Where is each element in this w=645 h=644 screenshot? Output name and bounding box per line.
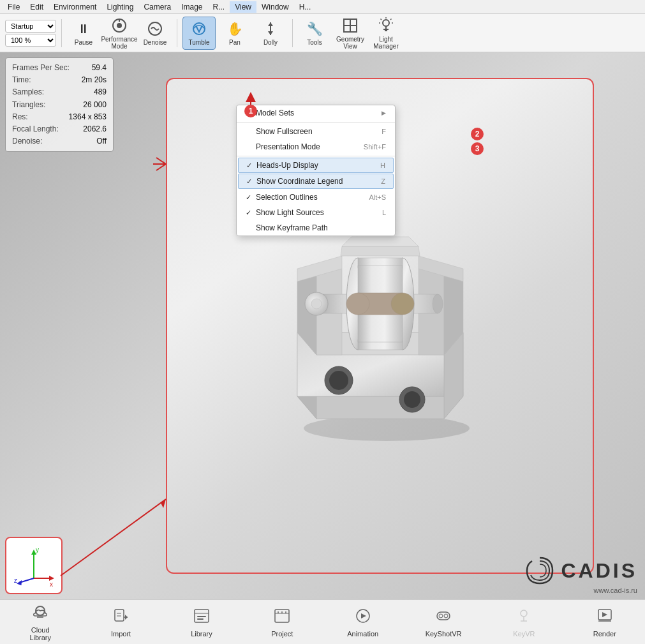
dolly-button[interactable]: Dolly <box>254 17 287 50</box>
keyshot-vr-label: KeyShotVR <box>426 630 462 638</box>
keyvr-label: KeyVR <box>513 630 535 638</box>
time-value: 2m 20s <box>82 74 107 86</box>
menu-item-selection-outlines[interactable]: ✓ Selection Outlines Alt+S <box>237 190 395 205</box>
menu-environment[interactable]: Environment <box>48 1 101 13</box>
performance-mode-button[interactable]: PerformanceMode <box>103 17 136 50</box>
svg-point-47 <box>391 293 414 315</box>
svg-point-87 <box>439 614 443 618</box>
svg-rect-70 <box>115 610 124 621</box>
svg-point-88 <box>444 614 448 618</box>
svg-rect-78 <box>197 618 204 620</box>
selection-outlines-shortcut: Alt+S <box>369 193 386 201</box>
svg-point-89 <box>521 610 527 617</box>
svg-marker-72 <box>125 615 128 620</box>
tools-button[interactable]: 🔧 Tools <box>298 17 331 50</box>
cadis-logo-text: CADIS <box>561 559 637 583</box>
denoise-icon <box>146 20 164 38</box>
menu-item-show-fullscreen[interactable]: Show Fullscreen F <box>237 124 395 139</box>
toolbar-divider-2 <box>177 19 177 47</box>
show-coordinate-legend-label: Show Coordinate Legend <box>256 177 371 186</box>
menu-item-show-coordinate-legend[interactable]: ✓ Show Coordinate Legend Z <box>238 174 394 189</box>
geometry-view-button[interactable]: GeometryView <box>334 17 367 50</box>
menu-window[interactable]: Window <box>256 1 294 13</box>
svg-line-65 <box>61 499 166 576</box>
keyvr-button[interactable]: KeyVR <box>498 604 549 640</box>
light-manager-icon <box>377 17 395 34</box>
show-fullscreen-shortcut: F <box>382 128 386 135</box>
menubar: File Edit Environment Lighting Camera Im… <box>0 0 645 14</box>
pan-button[interactable]: ✋ Pan <box>218 17 251 50</box>
svg-marker-22 <box>297 396 463 419</box>
svg-rect-10 <box>344 26 350 32</box>
import-button[interactable]: Import <box>96 604 147 640</box>
stats-panel: Frames Per Sec: 59.4 Time: 2m 20s Sample… <box>5 57 114 152</box>
denoise-stat-value: Off <box>96 135 107 147</box>
pause-button[interactable]: ⏸ Pause <box>67 17 100 50</box>
pan-label: Pan <box>229 39 241 46</box>
denoise-button[interactable]: Denoise <box>138 17 172 50</box>
svg-point-21 <box>304 416 470 441</box>
toolbar-divider-1 <box>61 19 62 47</box>
menu-item-show-light-sources[interactable]: ✓ Show Light Sources L <box>237 205 395 220</box>
svg-point-39 <box>433 294 443 313</box>
light-manager-button[interactable]: LightManager <box>369 17 403 50</box>
time-label: Time: <box>12 74 31 86</box>
svg-point-46 <box>346 293 369 315</box>
badge-3: 3 <box>471 142 484 155</box>
pause-icon: ⏸ <box>75 20 93 38</box>
svg-marker-51 <box>342 237 419 246</box>
zoom-dropdown[interactable]: 100 % <box>5 34 56 47</box>
render-button[interactable]: Render <box>579 604 630 640</box>
cadis-url: www.cad-is.ru <box>594 587 637 594</box>
tumble-button[interactable]: Tumble <box>182 17 216 50</box>
menu-help[interactable]: H... <box>294 1 316 13</box>
menu-render[interactable]: R... <box>208 1 230 13</box>
main-area: Frames Per Sec: 59.4 Time: 2m 20s Sample… <box>0 52 645 599</box>
presentation-mode-label: Presentation Mode <box>256 142 353 151</box>
menu-item-presentation-mode[interactable]: Presentation Mode Shift+F <box>237 139 395 154</box>
samples-label: Samples: <box>12 86 44 98</box>
samples-value: 489 <box>94 86 107 98</box>
project-label: Project <box>271 630 293 638</box>
menu-view[interactable]: View <box>230 1 256 13</box>
menu-edit[interactable]: Edit <box>25 1 48 13</box>
menu-item-show-keyframe-path[interactable]: Show Keyframe Path <box>237 220 395 236</box>
show-fullscreen-label: Show Fullscreen <box>256 127 371 136</box>
animation-button[interactable]: Animation <box>337 604 389 640</box>
svg-line-64 <box>156 164 166 170</box>
menu-item-heads-up-display[interactable]: ✓ Heads-Up Display H <box>238 158 394 173</box>
performance-mode-icon <box>110 17 128 34</box>
menu-image[interactable]: Image <box>176 1 207 13</box>
cloud-library-button[interactable]: Cloud Library <box>15 601 66 644</box>
menu-lighting[interactable]: Lighting <box>101 1 138 13</box>
dolly-icon <box>262 20 279 38</box>
animation-label: Animation <box>347 630 378 638</box>
svg-marker-93 <box>602 612 607 617</box>
badge-1: 1 <box>244 105 257 117</box>
library-icon <box>193 607 211 629</box>
menu-item-model-sets[interactable]: Model Sets <box>237 105 395 121</box>
cadis-logo-icon <box>524 555 556 587</box>
show-light-sources-label: Show Light Sources <box>256 208 372 217</box>
show-keyframe-path-label: Show Keyframe Path <box>256 223 386 232</box>
coord-axes: y x z <box>5 537 63 594</box>
triangles-label: Triangles: <box>12 99 45 111</box>
svg-rect-8 <box>344 19 350 26</box>
svg-marker-6 <box>268 22 273 26</box>
import-label: Import <box>111 630 131 638</box>
svg-point-1 <box>117 23 122 28</box>
svg-line-18 <box>390 19 392 20</box>
svg-rect-77 <box>197 616 206 617</box>
keyshot-vr-button[interactable]: KeyShotVR <box>418 604 469 640</box>
workspace-dropdown[interactable]: Startup <box>5 20 56 33</box>
view-dropdown-menu: Model Sets Show Fullscreen F Presentatio… <box>236 105 396 236</box>
menu-file[interactable]: File <box>3 1 25 13</box>
project-button[interactable]: Project <box>256 604 308 640</box>
menu-camera[interactable]: Camera <box>138 1 176 13</box>
presentation-mode-shortcut: Shift+F <box>364 143 386 151</box>
fps-label: Frames Per Sec: <box>12 62 70 74</box>
keyshot-vr-icon <box>434 607 452 629</box>
toolbar: Startup 100 % ⏸ Pause PerformanceMode De… <box>0 14 645 52</box>
library-button[interactable]: Library <box>176 604 227 640</box>
focal-length-label: Focal Length: <box>12 123 59 135</box>
